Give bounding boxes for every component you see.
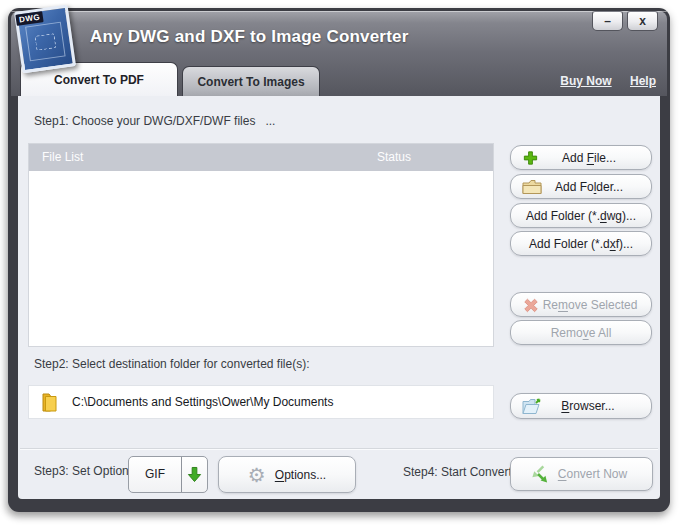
format-select[interactable]: GIF (128, 456, 208, 493)
file-list-header: File List Status (29, 144, 493, 171)
destination-path-bar: C:\Documents and Settings\Ower\My Docume… (28, 385, 494, 419)
folder-icon (522, 179, 542, 194)
close-button[interactable]: x (627, 11, 658, 31)
format-select-value: GIF (129, 457, 182, 492)
open-folder-icon (522, 398, 543, 415)
destination-folder-icon (41, 393, 58, 412)
remove-selected-button[interactable]: Remove Selected (510, 292, 652, 317)
gear-icon: ⚙ (248, 465, 266, 485)
main-panel: Step1: Choose your DWG/DXF/DWF files ...… (18, 96, 660, 499)
column-file-list[interactable]: File List (29, 144, 377, 171)
page: DWG Any DWG and DXF to Image Converter –… (0, 0, 684, 527)
convert-arrows-icon (529, 464, 550, 485)
remove-all-button[interactable]: Remove All (510, 320, 652, 345)
options-button[interactable]: ⚙ Options... (218, 456, 356, 493)
bottom-divider (20, 448, 658, 450)
tab-convert-to-images[interactable]: Convert To Images (182, 66, 320, 96)
dropdown-arrow-icon (182, 457, 207, 492)
remove-x-icon (522, 297, 540, 313)
minimize-button[interactable]: – (592, 11, 623, 31)
step2-label: Step2: Select destination folder for con… (34, 357, 309, 371)
column-status[interactable]: Status (377, 144, 493, 171)
add-folder-dxf-button[interactable]: Add Folder (*.dxf)... (510, 231, 652, 256)
help-link[interactable]: Help (630, 74, 656, 88)
convert-now-button[interactable]: Convert Now (510, 457, 653, 491)
add-folder-dwg-button[interactable]: Add Folder (*.dwg)... (510, 203, 652, 228)
browser-button[interactable]: Browser... (510, 393, 652, 419)
buy-now-link[interactable]: Buy Now (560, 74, 611, 88)
step1-label: Step1: Choose your DWG/DXF/DWF files ... (34, 114, 275, 128)
window-controls: – x (592, 11, 658, 31)
destination-path: C:\Documents and Settings\Ower\My Docume… (72, 395, 333, 409)
app-logo-icon: DWG (14, 5, 76, 74)
add-plus-icon (522, 149, 539, 166)
file-list[interactable]: File List Status (28, 143, 494, 347)
step3-label: Step3: Set Options: (34, 464, 138, 478)
window-title: Any DWG and DXF to Image Converter (90, 27, 409, 47)
app-window: DWG Any DWG and DXF to Image Converter –… (8, 8, 670, 512)
add-folder-button[interactable]: Add Folder... (510, 174, 652, 199)
step4-label: Step4: Start Convert (403, 465, 512, 479)
add-file-button[interactable]: Add File... (510, 145, 652, 170)
header-links: Buy Now Help (545, 74, 656, 88)
